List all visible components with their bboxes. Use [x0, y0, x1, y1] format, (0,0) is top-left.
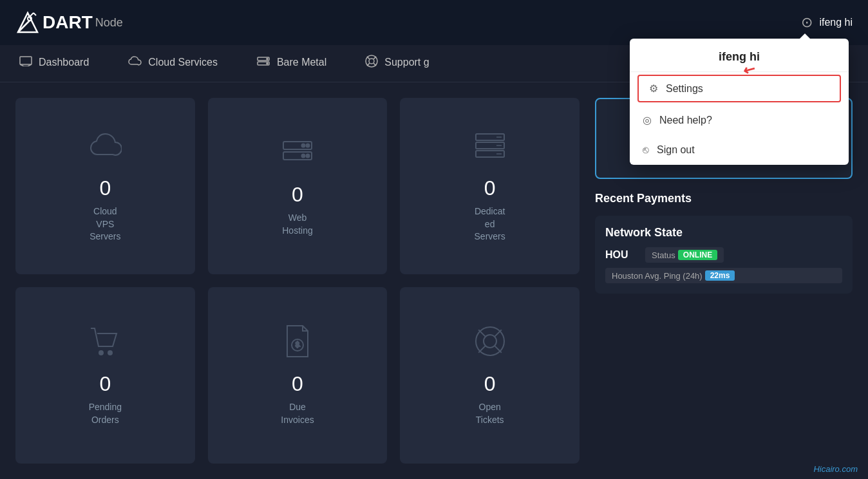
svg-point-22	[306, 154, 309, 157]
user-menu-trigger[interactable]: ⊙ ifeng hi	[801, 14, 853, 31]
web-hosting-label: WebHosting	[282, 212, 312, 237]
svg-point-12	[267, 62, 268, 64]
header-username: ifeng hi	[819, 17, 853, 28]
dedicated-servers-card[interactable]: 0 DedicatedServers	[400, 98, 580, 274]
cloud-vps-count: 0	[99, 176, 111, 200]
svg-rect-5	[20, 57, 32, 64]
svg-text:$: $	[296, 341, 299, 348]
dropdown-item-settings[interactable]: ⚙ Settings	[637, 75, 841, 102]
svg-line-3	[30, 13, 33, 17]
network-state-title: Network State	[605, 226, 842, 240]
status-label: Status	[652, 250, 675, 260]
dashboard-label: Dashboard	[39, 57, 89, 68]
user-dropdown-menu: ifeng hi ⚙ Settings ◎ Need help? ⎋ Sign …	[630, 39, 849, 165]
dedicated-label: DedicatedServers	[475, 205, 505, 243]
due-invoices-card[interactable]: $ 0 DueInvoices	[208, 287, 388, 464]
cloud-vps-card[interactable]: 0 CloudVPSServers	[15, 98, 195, 274]
logo[interactable]: DARTNode	[15, 10, 123, 35]
network-state-panel: Network State HOU Status ONLINE Houston …	[595, 216, 853, 294]
logo-node-text: Node	[95, 16, 123, 30]
pending-orders-card[interactable]: 0 PendingOrders	[15, 287, 195, 464]
network-row: HOU Status ONLINE	[605, 247, 842, 263]
svg-point-24	[301, 154, 305, 157]
open-tickets-label: OpenTickets	[476, 401, 504, 426]
network-location: HOU	[605, 249, 637, 261]
svg-line-4	[33, 13, 36, 15]
status-value: ONLINE	[678, 250, 717, 260]
web-hosting-icon	[281, 135, 314, 175]
svg-line-39	[478, 346, 486, 353]
nav-item-bare-metal[interactable]: Bare Metal	[237, 45, 346, 82]
logo-icon	[15, 10, 40, 35]
need-help-label: Need help?	[659, 115, 712, 126]
svg-point-23	[301, 144, 305, 147]
help-icon: ◎	[643, 114, 652, 126]
svg-point-36	[484, 335, 496, 348]
logo-dart-text: DART	[42, 12, 93, 33]
svg-point-32	[108, 351, 112, 355]
settings-label: Settings	[666, 83, 703, 95]
dropdown-arrow	[798, 33, 811, 40]
svg-point-14	[369, 59, 374, 64]
svg-line-37	[478, 330, 486, 337]
open-tickets-count: 0	[484, 372, 496, 396]
invoice-icon: $	[281, 324, 314, 364]
pending-orders-label: PendingOrders	[89, 401, 122, 426]
svg-point-11	[267, 58, 268, 59]
ping-badge: Houston Avg. Ping (24h) 22ms	[605, 268, 842, 283]
watermark: Hicairo.com	[813, 464, 858, 474]
bare-metal-label: Bare Metal	[277, 57, 326, 68]
sign-out-label: Sign out	[657, 144, 695, 156]
dedicated-count: 0	[484, 176, 496, 200]
cloud-vps-icon	[88, 129, 122, 169]
nav-item-dashboard[interactable]: Dashboard	[0, 45, 108, 82]
pending-orders-count: 0	[99, 372, 111, 396]
open-tickets-card[interactable]: 0 OpenTickets	[400, 287, 580, 464]
svg-point-31	[99, 351, 103, 355]
dropdown-item-need-help[interactable]: ◎ Need help?	[630, 105, 849, 135]
due-invoices-label: DueInvoices	[281, 401, 314, 426]
svg-line-40	[495, 346, 502, 353]
svg-line-38	[495, 330, 502, 337]
ping-value: 22ms	[705, 270, 735, 281]
svg-point-21	[306, 144, 309, 147]
cloud-vps-label: CloudVPSServers	[90, 205, 120, 243]
support-icon	[365, 55, 378, 71]
cart-icon	[88, 324, 122, 364]
dashboard-icon	[19, 56, 32, 70]
user-avatar-icon: ⊙	[801, 14, 813, 31]
nav-item-support[interactable]: Support g	[346, 45, 448, 82]
nav-item-cloud-services[interactable]: Cloud Services	[108, 45, 237, 82]
recent-payments-title: Recent Payments	[595, 192, 853, 205]
stats-grid: 0 CloudVPSServers 0 WebHosting	[15, 98, 580, 464]
web-hosting-card[interactable]: 0 WebHosting	[208, 98, 388, 274]
dropdown-item-sign-out[interactable]: ⎋ Sign out	[630, 135, 849, 165]
sign-out-icon: ⎋	[643, 144, 649, 156]
svg-point-2	[28, 17, 32, 21]
support-label: Support g	[384, 57, 429, 68]
dedicated-servers-icon	[473, 129, 507, 169]
ping-label: Houston Avg. Ping (24h)	[612, 271, 703, 281]
cloud-services-icon	[127, 56, 142, 70]
dropdown-username: ifeng hi	[630, 39, 849, 72]
web-hosting-count: 0	[292, 183, 303, 207]
settings-icon: ⚙	[649, 82, 658, 95]
due-invoices-count: 0	[292, 372, 303, 396]
status-badge: Status ONLINE	[645, 247, 724, 263]
cloud-services-label: Cloud Services	[148, 57, 218, 68]
bare-metal-icon	[256, 56, 270, 70]
ticket-icon	[473, 324, 507, 364]
